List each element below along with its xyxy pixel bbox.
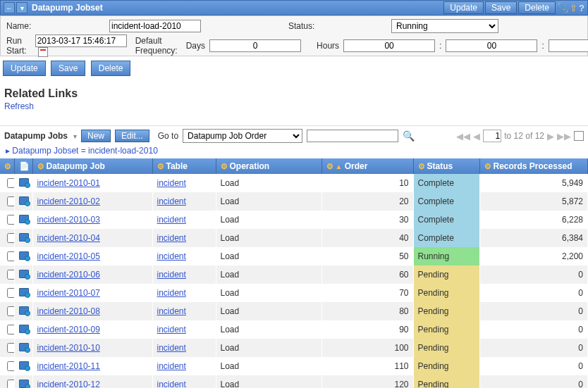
row-preview-icon[interactable] — [19, 196, 29, 205]
operation-cell: Load — [216, 357, 321, 375]
table-link[interactable]: incident — [157, 270, 186, 280]
records-cell: 6,228 — [479, 211, 588, 229]
row-checkbox[interactable] — [7, 196, 14, 206]
freq-hours-input[interactable] — [343, 39, 435, 52]
prev-page-icon[interactable]: ◀ — [473, 131, 480, 142]
order-cell: 110 — [321, 357, 413, 375]
col-operation[interactable]: ⚙Operation — [216, 158, 321, 174]
col-icon[interactable]: 📄 — [14, 158, 32, 174]
table-link[interactable]: incident — [157, 288, 186, 298]
job-link[interactable]: incident-2010-11 — [37, 361, 100, 371]
table-row: incident-2010-10incidentLoad100Pending0 — [0, 339, 588, 357]
row-preview-icon[interactable] — [19, 380, 29, 388]
table-link[interactable]: incident — [157, 361, 186, 371]
job-link[interactable]: incident-2010-06 — [37, 270, 100, 280]
job-link[interactable]: incident-2010-12 — [37, 380, 100, 388]
back-icon[interactable]: ← — [4, 2, 15, 13]
refresh-link[interactable]: Refresh — [4, 101, 34, 111]
records-cell: 5,949 — [479, 174, 588, 192]
job-link[interactable]: incident-2010-05 — [37, 251, 100, 261]
row-checkbox[interactable] — [7, 270, 14, 280]
table-link[interactable]: incident — [157, 233, 186, 243]
row-checkbox[interactable] — [7, 215, 14, 225]
table-link[interactable]: incident — [157, 251, 186, 261]
freq-seconds-input[interactable] — [549, 39, 588, 52]
job-link[interactable]: incident-2010-09 — [37, 325, 100, 334]
search-input[interactable] — [307, 130, 398, 142]
row-preview-icon[interactable] — [19, 233, 29, 242]
delete-button[interactable]: Delete — [91, 61, 131, 76]
up-arrow-icon[interactable]: ⇧ — [570, 3, 577, 13]
status-cell: Complete — [413, 174, 479, 192]
goto-select[interactable]: Datapump Job Order — [183, 129, 302, 143]
table-link[interactable]: incident — [157, 380, 186, 388]
edit-button[interactable]: Edit... — [115, 130, 149, 142]
search-icon[interactable]: 🔍 — [403, 130, 415, 142]
row-checkbox[interactable] — [7, 251, 14, 261]
breadcrumb-link[interactable]: Datapump Jobset = incident-load-2010 — [12, 146, 157, 156]
expand-icon[interactable] — [574, 131, 584, 141]
table-link[interactable]: incident — [157, 306, 186, 316]
next-page-icon[interactable]: ▶ — [547, 131, 554, 142]
operation-cell: Load — [216, 284, 321, 302]
freq-days-input[interactable] — [209, 39, 301, 52]
freq-minutes-input[interactable] — [446, 39, 537, 52]
row-checkbox[interactable] — [7, 325, 14, 334]
row-preview-icon[interactable] — [19, 343, 29, 351]
job-link[interactable]: incident-2010-08 — [37, 306, 100, 316]
table-link[interactable]: incident — [157, 196, 186, 206]
row-checkbox[interactable] — [7, 306, 14, 316]
job-link[interactable]: incident-2010-07 — [37, 288, 100, 298]
help-icon[interactable]: ? — [579, 3, 584, 13]
row-preview-icon[interactable] — [19, 270, 29, 278]
row-preview-icon[interactable] — [19, 178, 29, 187]
page-input[interactable] — [483, 130, 501, 142]
name-input[interactable] — [109, 20, 201, 32]
row-checkbox[interactable] — [7, 233, 14, 243]
col-records[interactable]: ⚙Records Processed — [479, 158, 588, 174]
calendar-icon[interactable] — [38, 47, 48, 57]
job-link[interactable]: incident-2010-03 — [37, 215, 100, 225]
job-link[interactable]: incident-2010-02 — [37, 196, 100, 206]
col-gear[interactable]: ⚙ — [0, 158, 14, 174]
save-button[interactable]: Save — [51, 61, 85, 76]
job-link[interactable]: incident-2010-01 — [37, 178, 100, 188]
new-button[interactable]: New — [81, 130, 111, 142]
row-preview-icon[interactable] — [19, 251, 29, 260]
attachment-icon[interactable]: 📎 — [557, 3, 568, 13]
update-button-top[interactable]: Update — [443, 1, 484, 14]
order-cell: 10 — [321, 174, 413, 192]
col-status[interactable]: ⚙Status — [413, 158, 479, 174]
runstart-label: Run Start: — [1, 33, 32, 58]
table-link[interactable]: incident — [157, 325, 186, 334]
row-preview-icon[interactable] — [19, 325, 29, 333]
table-link[interactable]: incident — [157, 178, 186, 188]
save-button-top[interactable]: Save — [485, 1, 517, 14]
update-button[interactable]: Update — [3, 61, 46, 76]
row-checkbox[interactable] — [7, 343, 14, 353]
status-cell: Running — [413, 247, 479, 265]
col-job[interactable]: ⚙Datapump Job — [32, 158, 152, 174]
col-table[interactable]: ⚙Table — [152, 158, 216, 174]
delete-button-top[interactable]: Delete — [518, 1, 556, 14]
last-page-icon[interactable]: ▶▶ — [557, 131, 571, 142]
job-link[interactable]: incident-2010-10 — [37, 343, 100, 353]
grid-menu-icon[interactable]: ▾ — [73, 132, 77, 140]
table-row: incident-2010-06incidentLoad60Pending0 — [0, 265, 588, 284]
row-checkbox[interactable] — [7, 178, 14, 188]
row-preview-icon[interactable] — [19, 361, 29, 370]
table-link[interactable]: incident — [157, 343, 186, 353]
row-preview-icon[interactable] — [19, 306, 29, 315]
row-preview-icon[interactable] — [19, 288, 29, 296]
row-checkbox[interactable] — [7, 380, 14, 388]
menu-dropdown-icon[interactable]: ▾ — [16, 2, 27, 13]
row-preview-icon[interactable] — [19, 215, 29, 223]
status-select[interactable]: Running — [391, 19, 498, 33]
job-link[interactable]: incident-2010-04 — [37, 233, 100, 243]
runstart-input[interactable] — [35, 35, 127, 47]
row-checkbox[interactable] — [7, 288, 14, 298]
col-order[interactable]: ⚙▲ Order — [321, 158, 413, 174]
table-link[interactable]: incident — [157, 215, 186, 225]
first-page-icon[interactable]: ◀◀ — [456, 131, 470, 142]
row-checkbox[interactable] — [7, 361, 14, 371]
